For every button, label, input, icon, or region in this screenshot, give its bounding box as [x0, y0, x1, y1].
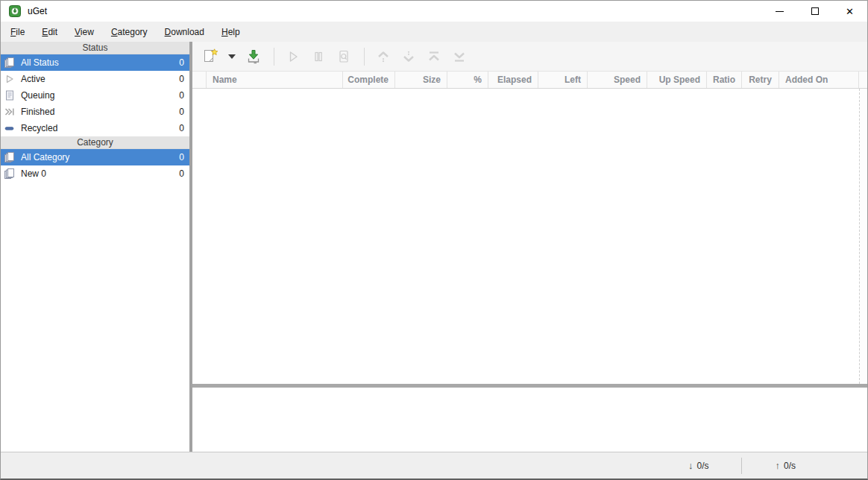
move-up-button[interactable]: [371, 45, 395, 68]
new-download-button[interactable]: [198, 45, 222, 68]
main-pane: NameCompleteSize%ElapsedLeftSpeedUp Spee…: [192, 42, 867, 452]
upload-speed: ↑ 0/s: [775, 460, 796, 471]
column-header-label: Complete: [347, 75, 389, 85]
move-top-icon: [425, 48, 443, 66]
menubar: FileEditViewCategoryDownloadHelp: [1, 22, 867, 42]
column-header-ratio[interactable]: Ratio: [707, 72, 742, 88]
sidebar-item-count: 0: [179, 123, 186, 133]
sidebar-item-finished[interactable]: Finished0: [1, 104, 189, 120]
pause-button[interactable]: [306, 45, 330, 68]
column-header-label: Retry: [749, 75, 772, 85]
minimize-button[interactable]: [762, 1, 797, 22]
sidebar-item-recycled[interactable]: Recycled0: [1, 120, 189, 136]
column-header-label: Left: [564, 75, 581, 85]
maximize-button[interactable]: [797, 1, 832, 22]
sidebar: StatusAll Status0Active0Queuing0Finished…: [1, 42, 189, 452]
menu-download[interactable]: Download: [157, 23, 212, 41]
sidebar-section-header-status: Status: [1, 42, 189, 54]
green-download-arrow-icon: [245, 48, 262, 66]
sidebar-item-queuing[interactable]: Queuing0: [1, 87, 189, 104]
column-header-label: Ratio: [713, 75, 735, 85]
header-scrollbar-gutter: [859, 72, 867, 88]
uget-window: uGet ✕ FileEditViewCategoryDownloadHelp …: [0, 0, 868, 480]
sidebar-item-new-0[interactable]: New 00: [1, 165, 189, 182]
statusbar: ↓ 0/s ↑ 0/s: [1, 452, 867, 479]
column-header-label: %: [474, 75, 482, 85]
column-header-label: Elapsed: [497, 75, 532, 85]
document-icon: [4, 89, 16, 101]
sidebar-item-label: Finished: [21, 107, 54, 117]
download-list-area: [192, 89, 867, 384]
menu-category[interactable]: Category: [104, 23, 155, 41]
sidebar-section-header-category: Category: [1, 136, 189, 149]
sidebar-item-label: Active: [21, 74, 45, 84]
column-header-elapsed[interactable]: Elapsed: [488, 72, 538, 88]
column-header-label: Name: [213, 75, 237, 85]
toolbar-separator: [364, 48, 365, 66]
menu-file[interactable]: File: [3, 23, 32, 41]
menu-view[interactable]: View: [67, 23, 101, 41]
upload-speed-value: 0/s: [784, 461, 796, 471]
move-up-icon: [374, 48, 392, 66]
menu-help[interactable]: Help: [214, 23, 248, 41]
move-down-icon: [400, 48, 418, 66]
maximize-icon: [811, 7, 819, 15]
finished-icon: [4, 106, 16, 118]
sidebar-item-label: All Status: [21, 57, 59, 68]
window-controls: ✕: [762, 1, 867, 22]
down-arrow-icon: ↓: [688, 460, 694, 471]
sidebar-item-all-status[interactable]: All Status0: [1, 54, 189, 71]
window-title: uGet: [28, 6, 47, 16]
sidebar-item-label: Queuing: [21, 90, 54, 101]
titlebar: uGet ✕: [1, 1, 867, 22]
new-download-icon: [201, 48, 219, 66]
download-table-header: NameCompleteSize%ElapsedLeftSpeedUp Spee…: [192, 72, 867, 89]
menu-edit[interactable]: Edit: [34, 23, 65, 41]
window-body: StatusAll Status0Active0Queuing0Finished…: [1, 42, 867, 452]
column-header-left[interactable]: Left: [538, 72, 588, 88]
download-list[interactable]: [192, 89, 859, 384]
column-header-label: Size: [423, 75, 441, 85]
properties-button[interactable]: [332, 45, 356, 68]
column-header-speed[interactable]: Speed: [588, 72, 647, 88]
column-header-up-speed[interactable]: Up Speed: [647, 72, 707, 88]
vertical-scrollbar[interactable]: [859, 89, 867, 384]
column-header-[interactable]: %: [447, 72, 488, 88]
move-down-button[interactable]: [397, 45, 421, 68]
close-button[interactable]: ✕: [832, 1, 867, 22]
play-icon: [284, 48, 302, 66]
sidebar-item-all-category[interactable]: All Category0: [1, 149, 189, 165]
new-download-menu-button[interactable]: [224, 45, 240, 68]
batch-download-button[interactable]: [242, 45, 265, 68]
statusbar-separator: [741, 458, 742, 474]
column-header-retry[interactable]: Retry: [742, 72, 779, 88]
stack-icon: [4, 168, 16, 180]
sidebar-item-count: 0: [179, 57, 186, 68]
stack-icon: [4, 151, 16, 163]
move-top-button[interactable]: [422, 45, 446, 68]
move-bottom-button[interactable]: [447, 45, 471, 68]
properties-icon: [335, 48, 353, 66]
column-header-added-on[interactable]: Added On: [779, 72, 859, 88]
sidebar-item-count: 0: [179, 90, 186, 101]
column-header-select[interactable]: [192, 72, 207, 88]
sidebar-item-count: 0: [179, 74, 186, 84]
sidebar-item-label: All Category: [21, 152, 69, 162]
sidebar-item-active[interactable]: Active0: [1, 71, 189, 87]
dropdown-arrow-icon: [228, 54, 236, 59]
move-bottom-icon: [450, 48, 468, 66]
column-header-name[interactable]: Name: [207, 72, 343, 88]
uget-logo-icon: [9, 5, 21, 17]
start-button[interactable]: [281, 45, 305, 68]
sidebar-item-count: 0: [179, 107, 186, 117]
sidebar-item-label: New 0: [21, 168, 46, 179]
column-header-label: Speed: [614, 75, 641, 85]
download-speed-value: 0/s: [696, 461, 708, 471]
column-header-complete[interactable]: Complete: [343, 72, 395, 88]
column-header-label: Up Speed: [659, 75, 700, 85]
sidebar-item-count: 0: [179, 168, 186, 179]
minimize-icon: [776, 11, 784, 12]
pause-icon: [309, 48, 327, 66]
column-header-size[interactable]: Size: [395, 72, 447, 88]
recycled-dash-icon: [4, 122, 16, 134]
